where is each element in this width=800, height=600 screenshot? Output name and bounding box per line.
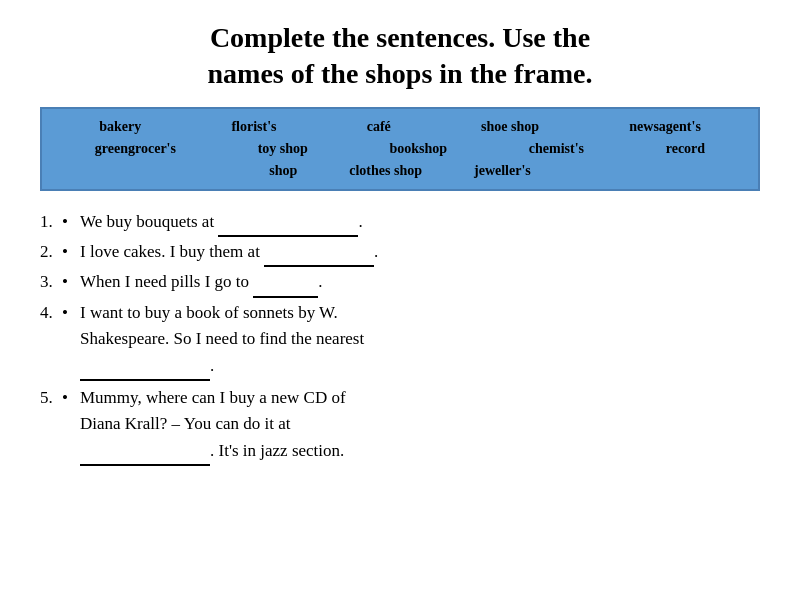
sentence-3-text: When I need pills I go to . xyxy=(80,269,760,297)
word-frame: bakery florist's café shoe shop newsagen… xyxy=(40,107,760,191)
word-jewellers: jeweller's xyxy=(468,161,537,181)
word-row-1: bakery florist's café shoe shop newsagen… xyxy=(54,117,746,137)
sentence-2-number: 2. xyxy=(40,239,62,265)
blank-5 xyxy=(80,438,210,466)
word-shop: shop xyxy=(263,161,303,181)
word-chemists: chemist's xyxy=(523,139,590,159)
sentence-5: 5. • Mummy, where can I buy a new CD of … xyxy=(40,385,760,466)
sentence-4-bullet: • xyxy=(62,300,80,326)
sentence-5-number: 5. xyxy=(40,385,62,411)
sentence-2-text: I love cakes. I buy them at . xyxy=(80,239,760,267)
blank-2 xyxy=(264,239,374,267)
sentence-1-number: 1. xyxy=(40,209,62,235)
sentence-4: 4. • I want to buy a book of sonnets by … xyxy=(40,300,760,381)
word-florists: florist's xyxy=(225,117,282,137)
sentence-3: 3. • When I need pills I go to . xyxy=(40,269,760,297)
sentence-4-number: 4. xyxy=(40,300,62,326)
blank-4 xyxy=(80,353,210,381)
title: Complete the sentences. Use the names of… xyxy=(40,20,760,93)
sentence-5-text: Mummy, where can I buy a new CD of Diana… xyxy=(80,385,760,466)
sentence-3-bullet: • xyxy=(62,269,80,295)
sentence-2-bullet: • xyxy=(62,239,80,265)
word-bakery: bakery xyxy=(93,117,147,137)
sentence-5-bullet: • xyxy=(62,385,80,411)
word-record: record xyxy=(660,139,711,159)
sentence-1: 1. • We buy bouquets at . xyxy=(40,209,760,237)
sentence-2: 2. • I love cakes. I buy them at . xyxy=(40,239,760,267)
word-bookshop: bookshop xyxy=(384,139,454,159)
word-newsagents: newsagent's xyxy=(623,117,707,137)
blank-3 xyxy=(253,269,318,297)
sentences: 1. • We buy bouquets at . 2. • I love ca… xyxy=(40,209,760,466)
sentence-3-number: 3. xyxy=(40,269,62,295)
word-shoe-shop: shoe shop xyxy=(475,117,545,137)
sentence-1-bullet: • xyxy=(62,209,80,235)
word-toy-shop: toy shop xyxy=(252,139,314,159)
sentence-4-text: I want to buy a book of sonnets by W. Sh… xyxy=(80,300,760,381)
word-row-3: shop clothes shop jeweller's xyxy=(54,161,746,181)
word-cafe: café xyxy=(361,117,397,137)
blank-1 xyxy=(218,209,358,237)
word-clothes-shop: clothes shop xyxy=(343,161,428,181)
sentence-1-text: We buy bouquets at . xyxy=(80,209,760,237)
word-greengrocers: greengrocer's xyxy=(89,139,182,159)
word-row-2: greengrocer's toy shop bookshop chemist'… xyxy=(54,139,746,159)
